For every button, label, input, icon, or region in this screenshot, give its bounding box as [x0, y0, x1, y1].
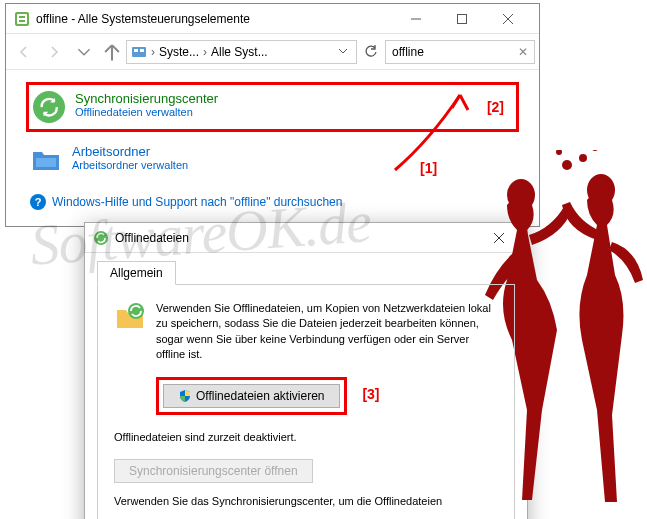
svg-rect-1 — [17, 14, 27, 24]
svg-rect-5 — [458, 14, 467, 23]
result-subtitle[interactable]: Arbeitsordner verwalten — [72, 159, 188, 171]
control-panel-window: offline - Alle Systemsteuerungselemente … — [5, 3, 540, 227]
address-bar[interactable]: › Syste... › Alle Syst... — [126, 40, 357, 64]
svg-rect-2 — [19, 16, 25, 18]
dialog-titlebar: Offlinedateien — [85, 223, 527, 253]
open-sync-center-button: Synchronisierungscenter öffnen — [114, 459, 313, 483]
activate-offline-files-button[interactable]: Offlinedateien aktivieren — [163, 384, 340, 408]
dialog-close-button[interactable] — [479, 224, 519, 252]
annotation-highlight-3: Offlinedateien aktivieren [3] — [156, 377, 347, 415]
dialog-description: Verwenden Sie Offlinedateien, um Kopien … — [156, 301, 498, 363]
dialog-title: Offlinedateien — [115, 231, 479, 245]
tab-panel-general: Verwenden Sie Offlinedateien, um Kopien … — [97, 284, 515, 519]
svg-point-18 — [562, 160, 572, 170]
navigation-bar: › Syste... › Alle Syst... ✕ — [6, 34, 539, 70]
search-input[interactable] — [392, 45, 518, 59]
control-panel-icon — [14, 11, 30, 27]
windows-help-link[interactable]: ? Windows-Hilfe und Support nach "offlin… — [26, 190, 519, 214]
offline-status-text: Offlinedateien sind zurzeit deaktiviert. — [114, 431, 498, 443]
activate-button-label: Offlinedateien aktivieren — [196, 389, 325, 403]
window-title: offline - Alle Systemsteuerungselemente — [36, 12, 393, 26]
help-link-text: Windows-Hilfe und Support nach "offline"… — [52, 195, 342, 209]
svg-point-20 — [556, 150, 562, 155]
work-folders-icon — [30, 144, 62, 176]
svg-rect-3 — [19, 20, 25, 22]
uac-shield-icon — [178, 389, 192, 403]
annotation-marker-3: [3] — [362, 386, 379, 402]
sync-icon — [33, 91, 65, 123]
nav-up-button[interactable] — [100, 40, 124, 64]
nav-history-dropdown[interactable] — [70, 38, 98, 66]
close-button[interactable] — [485, 5, 531, 33]
result-title: Synchronisierungscenter — [75, 91, 218, 106]
result-work-folders[interactable]: Arbeitsordner Arbeitsordner verwalten — [26, 138, 519, 182]
chevron-right-icon: › — [151, 45, 155, 59]
result-title: Arbeitsordner — [72, 144, 188, 159]
refresh-button[interactable] — [359, 40, 383, 64]
annotation-marker-2: [2] — [487, 99, 512, 115]
offline-files-icon — [93, 230, 109, 246]
nav-forward-button[interactable] — [40, 38, 68, 66]
chevron-down-icon[interactable] — [338, 45, 352, 59]
content-area: Synchronisierungscenter Offlinedateien v… — [6, 70, 539, 226]
breadcrumb-segment[interactable]: Alle Syst... — [211, 45, 268, 59]
svg-point-17 — [587, 174, 615, 206]
nav-back-button[interactable] — [10, 38, 38, 66]
offline-files-dialog: Offlinedateien Allgemein Verwenden Sie O… — [84, 222, 528, 519]
result-subtitle[interactable]: Offlinedateien verwalten — [75, 106, 218, 118]
clear-search-icon[interactable]: ✕ — [518, 45, 528, 59]
folder-sync-icon — [114, 301, 146, 333]
tab-strip: Allgemein — [85, 253, 527, 285]
svg-point-21 — [592, 150, 598, 151]
svg-point-19 — [579, 154, 587, 162]
breadcrumb-segment[interactable]: Syste... — [159, 45, 199, 59]
svg-rect-10 — [140, 49, 144, 52]
result-sync-center[interactable]: Synchronisierungscenter Offlinedateien v… — [26, 82, 519, 132]
minimize-button[interactable] — [393, 5, 439, 33]
dialog-hint-text: Verwenden Sie das Synchronisierungscente… — [114, 495, 498, 507]
titlebar: offline - Alle Systemsteuerungselemente — [6, 4, 539, 34]
svg-rect-9 — [134, 49, 138, 52]
control-panel-small-icon — [131, 44, 147, 60]
window-controls — [393, 5, 531, 33]
maximize-button[interactable] — [439, 5, 485, 33]
svg-rect-11 — [36, 158, 56, 167]
search-box[interactable]: ✕ — [385, 40, 535, 64]
tab-general[interactable]: Allgemein — [97, 261, 176, 285]
help-icon: ? — [30, 194, 46, 210]
chevron-right-icon: › — [203, 45, 207, 59]
